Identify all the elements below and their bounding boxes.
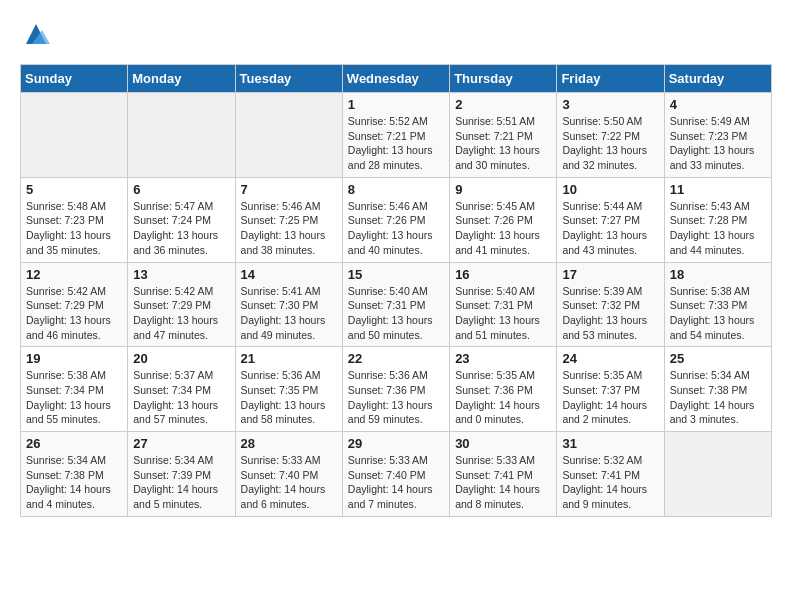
- day-info: Sunrise: 5:52 AMSunset: 7:21 PMDaylight:…: [348, 114, 444, 173]
- day-number: 11: [670, 182, 766, 197]
- calendar-header-row: SundayMondayTuesdayWednesdayThursdayFrid…: [21, 65, 772, 93]
- day-number: 4: [670, 97, 766, 112]
- day-info: Sunrise: 5:34 AMSunset: 7:38 PMDaylight:…: [26, 453, 122, 512]
- day-number: 30: [455, 436, 551, 451]
- day-number: 31: [562, 436, 658, 451]
- day-number: 25: [670, 351, 766, 366]
- day-number: 1: [348, 97, 444, 112]
- day-info: Sunrise: 5:35 AMSunset: 7:36 PMDaylight:…: [455, 368, 551, 427]
- day-info: Sunrise: 5:40 AMSunset: 7:31 PMDaylight:…: [455, 284, 551, 343]
- calendar-day-cell: 24Sunrise: 5:35 AMSunset: 7:37 PMDayligh…: [557, 347, 664, 432]
- calendar-day-cell: 4Sunrise: 5:49 AMSunset: 7:23 PMDaylight…: [664, 93, 771, 178]
- day-number: 3: [562, 97, 658, 112]
- day-of-week-header: Thursday: [450, 65, 557, 93]
- calendar-day-cell: 5Sunrise: 5:48 AMSunset: 7:23 PMDaylight…: [21, 177, 128, 262]
- day-number: 17: [562, 267, 658, 282]
- day-number: 7: [241, 182, 337, 197]
- calendar-day-cell: 13Sunrise: 5:42 AMSunset: 7:29 PMDayligh…: [128, 262, 235, 347]
- day-info: Sunrise: 5:37 AMSunset: 7:34 PMDaylight:…: [133, 368, 229, 427]
- calendar-day-cell: 18Sunrise: 5:38 AMSunset: 7:33 PMDayligh…: [664, 262, 771, 347]
- day-info: Sunrise: 5:51 AMSunset: 7:21 PMDaylight:…: [455, 114, 551, 173]
- calendar-day-cell: 10Sunrise: 5:44 AMSunset: 7:27 PMDayligh…: [557, 177, 664, 262]
- calendar-day-cell: 11Sunrise: 5:43 AMSunset: 7:28 PMDayligh…: [664, 177, 771, 262]
- day-info: Sunrise: 5:42 AMSunset: 7:29 PMDaylight:…: [26, 284, 122, 343]
- day-number: 15: [348, 267, 444, 282]
- calendar-day-cell: 1Sunrise: 5:52 AMSunset: 7:21 PMDaylight…: [342, 93, 449, 178]
- day-number: 2: [455, 97, 551, 112]
- calendar-day-cell: 19Sunrise: 5:38 AMSunset: 7:34 PMDayligh…: [21, 347, 128, 432]
- day-number: 20: [133, 351, 229, 366]
- calendar-week-row: 19Sunrise: 5:38 AMSunset: 7:34 PMDayligh…: [21, 347, 772, 432]
- day-number: 22: [348, 351, 444, 366]
- day-number: 23: [455, 351, 551, 366]
- calendar-week-row: 5Sunrise: 5:48 AMSunset: 7:23 PMDaylight…: [21, 177, 772, 262]
- day-number: 12: [26, 267, 122, 282]
- calendar-day-cell: 2Sunrise: 5:51 AMSunset: 7:21 PMDaylight…: [450, 93, 557, 178]
- calendar-day-cell: [128, 93, 235, 178]
- day-of-week-header: Monday: [128, 65, 235, 93]
- day-info: Sunrise: 5:38 AMSunset: 7:33 PMDaylight:…: [670, 284, 766, 343]
- calendar-day-cell: 15Sunrise: 5:40 AMSunset: 7:31 PMDayligh…: [342, 262, 449, 347]
- day-number: 5: [26, 182, 122, 197]
- day-number: 14: [241, 267, 337, 282]
- calendar-day-cell: 17Sunrise: 5:39 AMSunset: 7:32 PMDayligh…: [557, 262, 664, 347]
- day-of-week-header: Tuesday: [235, 65, 342, 93]
- calendar-week-row: 12Sunrise: 5:42 AMSunset: 7:29 PMDayligh…: [21, 262, 772, 347]
- day-info: Sunrise: 5:34 AMSunset: 7:38 PMDaylight:…: [670, 368, 766, 427]
- calendar-day-cell: 30Sunrise: 5:33 AMSunset: 7:41 PMDayligh…: [450, 432, 557, 517]
- calendar-day-cell: 14Sunrise: 5:41 AMSunset: 7:30 PMDayligh…: [235, 262, 342, 347]
- day-of-week-header: Wednesday: [342, 65, 449, 93]
- calendar-day-cell: 22Sunrise: 5:36 AMSunset: 7:36 PMDayligh…: [342, 347, 449, 432]
- calendar-day-cell: 21Sunrise: 5:36 AMSunset: 7:35 PMDayligh…: [235, 347, 342, 432]
- calendar-day-cell: 31Sunrise: 5:32 AMSunset: 7:41 PMDayligh…: [557, 432, 664, 517]
- day-number: 10: [562, 182, 658, 197]
- day-info: Sunrise: 5:40 AMSunset: 7:31 PMDaylight:…: [348, 284, 444, 343]
- calendar-day-cell: 16Sunrise: 5:40 AMSunset: 7:31 PMDayligh…: [450, 262, 557, 347]
- day-number: 21: [241, 351, 337, 366]
- day-number: 9: [455, 182, 551, 197]
- calendar-day-cell: 25Sunrise: 5:34 AMSunset: 7:38 PMDayligh…: [664, 347, 771, 432]
- calendar-table: SundayMondayTuesdayWednesdayThursdayFrid…: [20, 64, 772, 517]
- calendar-day-cell: [235, 93, 342, 178]
- day-number: 24: [562, 351, 658, 366]
- calendar-day-cell: [21, 93, 128, 178]
- day-info: Sunrise: 5:39 AMSunset: 7:32 PMDaylight:…: [562, 284, 658, 343]
- logo-icon: [22, 20, 50, 48]
- calendar-day-cell: 23Sunrise: 5:35 AMSunset: 7:36 PMDayligh…: [450, 347, 557, 432]
- day-number: 8: [348, 182, 444, 197]
- calendar-day-cell: 3Sunrise: 5:50 AMSunset: 7:22 PMDaylight…: [557, 93, 664, 178]
- calendar-day-cell: 26Sunrise: 5:34 AMSunset: 7:38 PMDayligh…: [21, 432, 128, 517]
- day-info: Sunrise: 5:45 AMSunset: 7:26 PMDaylight:…: [455, 199, 551, 258]
- day-info: Sunrise: 5:42 AMSunset: 7:29 PMDaylight:…: [133, 284, 229, 343]
- logo: [20, 20, 50, 48]
- day-info: Sunrise: 5:34 AMSunset: 7:39 PMDaylight:…: [133, 453, 229, 512]
- day-info: Sunrise: 5:36 AMSunset: 7:35 PMDaylight:…: [241, 368, 337, 427]
- calendar-day-cell: 28Sunrise: 5:33 AMSunset: 7:40 PMDayligh…: [235, 432, 342, 517]
- day-info: Sunrise: 5:50 AMSunset: 7:22 PMDaylight:…: [562, 114, 658, 173]
- day-info: Sunrise: 5:33 AMSunset: 7:40 PMDaylight:…: [241, 453, 337, 512]
- day-of-week-header: Friday: [557, 65, 664, 93]
- day-info: Sunrise: 5:46 AMSunset: 7:26 PMDaylight:…: [348, 199, 444, 258]
- day-info: Sunrise: 5:43 AMSunset: 7:28 PMDaylight:…: [670, 199, 766, 258]
- day-info: Sunrise: 5:35 AMSunset: 7:37 PMDaylight:…: [562, 368, 658, 427]
- day-info: Sunrise: 5:36 AMSunset: 7:36 PMDaylight:…: [348, 368, 444, 427]
- calendar-day-cell: 12Sunrise: 5:42 AMSunset: 7:29 PMDayligh…: [21, 262, 128, 347]
- day-info: Sunrise: 5:47 AMSunset: 7:24 PMDaylight:…: [133, 199, 229, 258]
- day-info: Sunrise: 5:41 AMSunset: 7:30 PMDaylight:…: [241, 284, 337, 343]
- day-number: 28: [241, 436, 337, 451]
- day-info: Sunrise: 5:33 AMSunset: 7:40 PMDaylight:…: [348, 453, 444, 512]
- day-number: 13: [133, 267, 229, 282]
- calendar-day-cell: 20Sunrise: 5:37 AMSunset: 7:34 PMDayligh…: [128, 347, 235, 432]
- calendar-week-row: 1Sunrise: 5:52 AMSunset: 7:21 PMDaylight…: [21, 93, 772, 178]
- day-info: Sunrise: 5:46 AMSunset: 7:25 PMDaylight:…: [241, 199, 337, 258]
- day-of-week-header: Saturday: [664, 65, 771, 93]
- calendar-day-cell: 29Sunrise: 5:33 AMSunset: 7:40 PMDayligh…: [342, 432, 449, 517]
- day-of-week-header: Sunday: [21, 65, 128, 93]
- calendar-day-cell: 27Sunrise: 5:34 AMSunset: 7:39 PMDayligh…: [128, 432, 235, 517]
- calendar-day-cell: 6Sunrise: 5:47 AMSunset: 7:24 PMDaylight…: [128, 177, 235, 262]
- calendar-week-row: 26Sunrise: 5:34 AMSunset: 7:38 PMDayligh…: [21, 432, 772, 517]
- day-info: Sunrise: 5:33 AMSunset: 7:41 PMDaylight:…: [455, 453, 551, 512]
- day-number: 19: [26, 351, 122, 366]
- day-number: 16: [455, 267, 551, 282]
- day-number: 29: [348, 436, 444, 451]
